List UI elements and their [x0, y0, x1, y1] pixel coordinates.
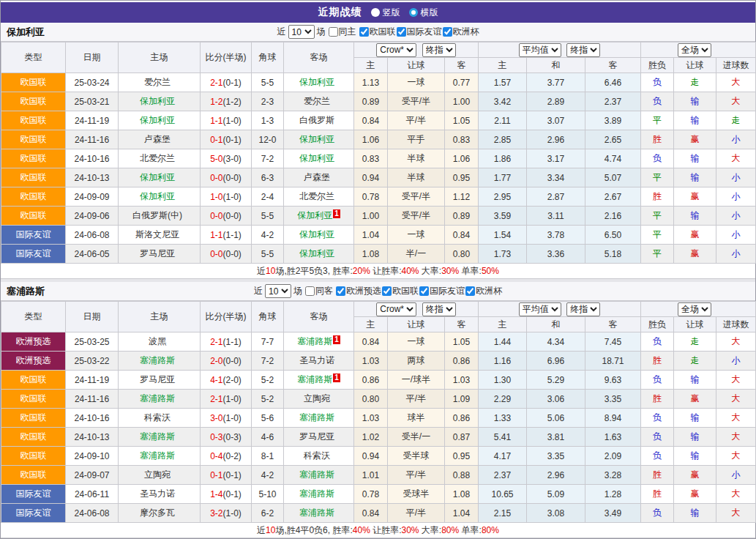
match-date: 24-06-11	[66, 485, 119, 504]
bookmaker-select[interactable]: Crow*	[376, 43, 416, 57]
avg-home-odds: 2.85	[479, 130, 527, 149]
home-team: 塞浦路斯	[119, 447, 201, 466]
average-select[interactable]: 平均值	[519, 43, 561, 57]
summary-segment: 近	[257, 266, 266, 276]
same-venue-checkbox[interactable]	[305, 286, 315, 296]
subcol-handicap-line: 让球	[388, 58, 445, 73]
league-filter[interactable]: 国际友谊	[396, 26, 442, 38]
handicap-odds-group: Crow* 终指	[354, 302, 479, 317]
handicap-home-odds: 1.00	[354, 207, 388, 226]
result-winlose: 负	[641, 92, 674, 111]
result-winlose: 胜	[641, 485, 674, 504]
result-goals: 大	[716, 447, 756, 466]
same-venue-filter[interactable]: 同客	[304, 285, 333, 297]
matches-table: 类型 日期 主场 比分(半场) 角球 客场 Crow* 终指 平均值 终指	[1, 301, 756, 523]
result-goals: 小	[716, 466, 756, 485]
league-filter-checkbox[interactable]	[359, 27, 369, 37]
home-team: 爱尔兰	[119, 73, 201, 92]
handicap-away-odds: 0.86	[445, 409, 479, 428]
league-type-badge: 欧国联	[1, 409, 66, 428]
league-filter-checkbox[interactable]	[443, 27, 452, 37]
fulltime-select[interactable]: 全场	[678, 302, 711, 316]
handicap-line: 受半球	[388, 447, 445, 466]
away-team-name: 保加利亚	[297, 210, 332, 220]
league-filter[interactable]: 欧国联	[359, 26, 396, 38]
handicap-away-odds: 1.05	[445, 332, 479, 352]
col-header-corner: 角球	[252, 42, 284, 73]
fulltime-score: 1-0	[210, 192, 222, 202]
league-filter-checkbox[interactable]	[382, 286, 392, 296]
handicap-away-odds: 0.95	[445, 168, 479, 187]
match-date: 24-10-16	[66, 149, 119, 168]
final-index-select-2[interactable]: 终指	[566, 302, 600, 316]
handicap-away-odds: 1.06	[445, 149, 479, 168]
league-filter-checkbox[interactable]	[465, 286, 475, 296]
league-filter[interactable]: 欧国联	[381, 285, 419, 297]
home-team: 罗马尼亚	[119, 245, 201, 264]
handicap-away-odds: 1.05	[445, 111, 479, 130]
vertical-radio-icon[interactable]	[371, 8, 380, 17]
corners: 7-2	[252, 149, 284, 168]
match-date: 24-06-05	[66, 245, 119, 264]
handicap-line: 平/半	[388, 390, 445, 409]
league-filter-label: 欧国联	[392, 285, 419, 297]
average-select[interactable]: 平均值	[519, 302, 561, 316]
league-filter-checkbox[interactable]	[336, 286, 345, 296]
final-index-select[interactable]: 终指	[422, 43, 456, 57]
team-name: 保加利亚	[7, 26, 45, 39]
summary-segment: 50%	[482, 266, 499, 276]
avg-draw-odds: 5.29	[527, 371, 585, 390]
bookmaker-select[interactable]: Crow*	[376, 302, 416, 316]
league-filter[interactable]: 欧洲杯	[465, 285, 502, 297]
fulltime-select[interactable]: 全场	[678, 43, 711, 57]
handicap-home-odds: 1.06	[354, 130, 388, 149]
match-date: 25-03-21	[66, 92, 119, 111]
home-team: 塞浦路斯	[119, 390, 201, 409]
match-count-select[interactable]: 10	[288, 25, 315, 39]
same-venue-filter[interactable]: 同主	[328, 26, 356, 38]
result-handicap: 赢	[674, 130, 716, 149]
final-index-select[interactable]: 终指	[422, 302, 456, 316]
col-header-home: 主场	[119, 302, 201, 332]
home-team: 波黑	[119, 332, 201, 352]
fulltime-score: 4-1	[210, 375, 222, 385]
match-date: 25-03-25	[66, 332, 119, 352]
match-count-select[interactable]: 10	[265, 284, 291, 298]
league-filter[interactable]: 国际友谊	[419, 285, 465, 297]
corners: 2-3	[252, 92, 284, 111]
league-filter[interactable]: 欧洲杯	[442, 26, 479, 38]
league-type-badge: 欧国联	[1, 111, 66, 130]
league-type-badge: 欧洲预选	[1, 352, 66, 371]
summary-segment: 近	[257, 525, 266, 535]
handicap-home-odds: 1.13	[354, 73, 388, 92]
league-type-badge: 欧国联	[1, 168, 66, 187]
same-venue-checkbox[interactable]	[329, 27, 338, 37]
handicap-line: 平/半	[388, 111, 445, 130]
view-option-horizontal[interactable]: 横版	[409, 7, 438, 19]
away-team: 圣马力诺	[284, 352, 354, 371]
summary-segment: 10	[266, 525, 275, 535]
league-type-badge: 欧国联	[1, 92, 66, 111]
away-team-name: 卢森堡	[304, 172, 330, 182]
match-row: 欧国联 24-11-16 卢森堡 0-1(0-1) 12-0 保加利亚 1.06…	[1, 130, 756, 149]
col-header-score: 比分(半场)	[201, 302, 252, 332]
league-type-badge: 欧国联	[1, 447, 66, 466]
league-filter-checkbox[interactable]	[397, 27, 406, 37]
fulltime-score: 0-0	[210, 173, 222, 183]
halftime-score: (0-1)	[223, 489, 242, 499]
avg-draw-odds: 2.87	[527, 187, 585, 207]
horizontal-radio-icon[interactable]	[409, 8, 418, 17]
avg-away-odds: 3.28	[585, 466, 641, 485]
summary-segment: 单率:	[459, 525, 482, 535]
league-filter-checkbox[interactable]	[419, 286, 429, 296]
league-filter[interactable]: 欧洲预选	[335, 285, 381, 297]
result-goals: 走	[716, 111, 756, 130]
final-index-select-2[interactable]: 终指	[566, 43, 600, 57]
view-option-vertical[interactable]: 竖版	[371, 7, 400, 19]
result-winlose: 平	[641, 111, 674, 130]
result-winlose: 负	[641, 149, 674, 168]
team-section: 保加利亚 近 10 场 同主 欧国联国际友谊欧洲杯 类型	[1, 23, 755, 279]
away-team: 塞浦路斯	[284, 485, 354, 504]
avg-draw-odds: 3.36	[527, 245, 585, 264]
near-label: 近	[254, 285, 263, 297]
